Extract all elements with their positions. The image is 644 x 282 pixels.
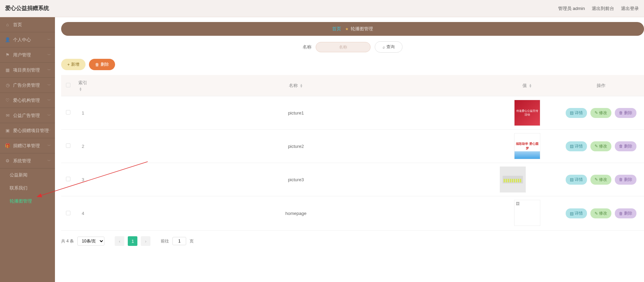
chevron-down-icon: ﹀ <box>47 53 51 57</box>
search-label: 名称 <box>303 44 312 50</box>
query-button[interactable]: ⌕ 查询 <box>375 41 403 53</box>
detail-button[interactable]: ▤详情 <box>566 141 587 151</box>
data-table: 索引 ▲▼ 名称 ▲▼ 值 ▲▼ 操作 1 picture1 传递爱心 <box>61 75 644 231</box>
pen-icon: ✎ <box>595 144 598 149</box>
sidebar-item-3[interactable]: ▦项目类别管理﹀ <box>0 63 55 78</box>
chevron-down-icon: ﹀ <box>47 128 51 133</box>
row-checkbox[interactable] <box>66 110 70 115</box>
svg-rect-9 <box>520 179 521 182</box>
edit-button[interactable]: ✎修改 <box>590 141 611 151</box>
mail-icon: ✉ <box>5 113 10 118</box>
sort-icon: ▲▼ <box>300 84 303 88</box>
sidebar-item-4[interactable]: ◷广告分类管理﹀ <box>0 78 55 93</box>
delete-button[interactable]: 🗑 删除 <box>89 59 115 70</box>
sidebar-item-5[interactable]: ♡爱心机构管理﹀ <box>0 93 55 108</box>
admin-label[interactable]: 管理员 admin <box>558 6 585 12</box>
row-name: picture3 <box>95 163 496 196</box>
pen-icon: ✎ <box>595 110 598 115</box>
sidebar-item-label: 爱心捐赠项目管理 <box>13 128 49 134</box>
trash-icon: 🗑 <box>619 144 623 149</box>
breadcrumb-home[interactable]: 首页 <box>332 26 341 32</box>
submenu-item-0[interactable]: 公益新闻 <box>0 169 55 182</box>
main-content: 首页 ★ 轮播图管理 名称 ⌕ 查询 + 新增 🗑 删除 <box>55 17 644 282</box>
col-value[interactable]: 值 ▲▼ <box>496 75 558 96</box>
svg-rect-6 <box>514 179 515 182</box>
breadcrumb-current: 轮播图管理 <box>351 26 373 32</box>
edit-button[interactable]: ✎修改 <box>590 108 611 118</box>
goto-prefix: 前往 <box>161 238 169 244</box>
search-input[interactable] <box>316 42 371 52</box>
row-index: 1 <box>75 96 95 130</box>
row-delete-button[interactable]: 🗑删除 <box>615 175 636 185</box>
detail-button[interactable]: ▤详情 <box>566 108 587 118</box>
row-checkbox[interactable] <box>66 177 70 181</box>
pen-icon: ✎ <box>595 177 598 182</box>
sidebar-item-9[interactable]: ⚙系统管理﹀ <box>0 153 55 169</box>
chevron-down-icon: ﹀ <box>47 37 51 42</box>
thumb-image: 福彩助学 爱心圆梦 <box>514 133 540 159</box>
select-all-checkbox[interactable] <box>66 83 70 87</box>
prev-page-button[interactable]: ‹ <box>115 236 124 246</box>
svg-rect-7 <box>516 179 517 182</box>
row-checkbox[interactable] <box>66 211 70 215</box>
search-bar: 名称 ⌕ 查询 <box>61 41 644 53</box>
edit-button[interactable]: ✎修改 <box>590 175 611 185</box>
sidebar-item-7[interactable]: ▣爱心捐赠项目管理﹀ <box>0 123 55 138</box>
sidebar-item-6[interactable]: ✉公益广告管理﹀ <box>0 108 55 123</box>
chevron-down-icon: ﹀ <box>47 159 51 163</box>
submenu-item-2[interactable]: 轮播图管理 <box>0 195 55 208</box>
sidebar-item-label: 用户管理 <box>13 52 31 58</box>
detail-button[interactable]: ▤详情 <box>566 175 587 185</box>
row-checkbox[interactable] <box>66 143 70 148</box>
col-index[interactable]: 索引 ▲▼ <box>75 75 95 96</box>
table-row: 2 picture2 福彩助学 爱心圆梦 ▤详情 ✎修改 🗑删除 <box>61 130 644 163</box>
page-size-select[interactable]: 10条/页 <box>77 237 104 246</box>
chevron-down-icon: ﹀ <box>47 98 51 103</box>
sidebar-item-0[interactable]: ⌂首页 <box>0 17 55 32</box>
thumb-image <box>514 200 540 226</box>
clock-icon: ◷ <box>5 83 10 88</box>
doc-icon: ▤ <box>570 110 574 115</box>
edit-button[interactable]: ✎修改 <box>590 208 611 218</box>
sidebar-item-2[interactable]: ⚑用户管理﹀ <box>0 47 55 63</box>
svg-rect-1 <box>504 179 505 182</box>
sidebar-item-1[interactable]: 👤个人中心﹀ <box>0 32 55 47</box>
table-row: 1 picture1 传递爱心公益宣传活动 ▤详情 ✎修改 🗑删除 <box>61 96 644 130</box>
detail-button[interactable]: ▤详情 <box>566 208 587 218</box>
row-delete-button[interactable]: 🗑删除 <box>615 108 636 118</box>
goto-suffix: 页 <box>190 238 194 244</box>
gift-icon: 🎁 <box>5 143 10 148</box>
submenu-item-1[interactable]: 联系我们 <box>0 182 55 195</box>
sidebar-item-label: 首页 <box>13 22 22 28</box>
pager: 共 4 条 10条/页 ‹ 1 › 前往 页 <box>61 236 644 246</box>
row-delete-button[interactable]: 🗑删除 <box>615 141 636 151</box>
logout-link[interactable]: 退出登录 <box>621 6 639 12</box>
search-icon: ⌕ <box>383 45 385 50</box>
sidebar-item-label: 捐赠订单管理 <box>13 143 40 149</box>
svg-rect-2 <box>506 179 507 182</box>
row-name: picture2 <box>95 130 496 163</box>
goto-page-input[interactable] <box>172 237 186 245</box>
add-button[interactable]: + 新增 <box>61 59 86 70</box>
row-delete-button[interactable]: 🗑删除 <box>615 208 636 218</box>
apps-icon: ▣ <box>5 128 10 133</box>
cog-icon: ⚙ <box>5 158 10 163</box>
star-icon: ★ <box>345 27 349 31</box>
app-logo: 爱心公益捐赠系统 <box>5 5 49 12</box>
heart-icon: ♡ <box>5 98 10 103</box>
row-index: 2 <box>75 130 95 163</box>
chevron-down-icon: ﹀ <box>47 113 51 118</box>
sidebar-item-label: 公益广告管理 <box>13 112 40 119</box>
sidebar-item-8[interactable]: 🎁捐赠订单管理﹀ <box>0 138 55 153</box>
doc-icon: ▤ <box>570 177 574 182</box>
plus-icon: + <box>67 62 70 67</box>
back-to-front[interactable]: 退出到前台 <box>592 6 614 12</box>
sidebar-item-label: 爱心机构管理 <box>13 97 40 104</box>
page-1-button[interactable]: 1 <box>128 236 137 246</box>
toolbar: + 新增 🗑 删除 <box>61 59 644 70</box>
trash-icon: 🗑 <box>619 211 623 216</box>
next-page-button[interactable]: › <box>141 236 150 246</box>
sidebar: ⌂首页👤个人中心﹀⚑用户管理﹀▦项目类别管理﹀◷广告分类管理﹀♡爱心机构管理﹀✉… <box>0 17 55 282</box>
col-name[interactable]: 名称 ▲▼ <box>95 75 496 96</box>
svg-rect-8 <box>518 179 519 182</box>
